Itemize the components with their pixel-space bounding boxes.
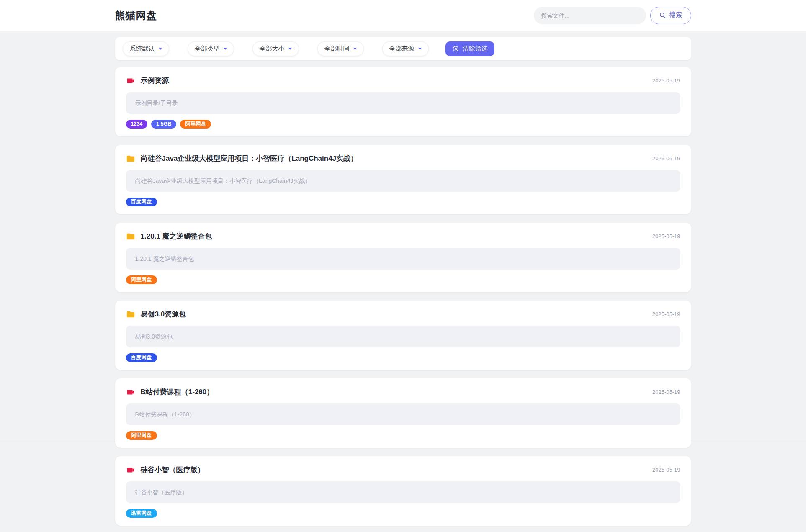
result-description: B站付费课程（1-260） [126,403,680,425]
chevron-down-icon [288,48,292,50]
result-card-header: 1.20.1 魔之逆鳞整合包 2025-05-19 [126,231,680,242]
result-description: 示例目录/子目录 [126,92,680,114]
result-description-text: 硅谷小智（医疗版） [135,489,188,496]
result-description: 硅谷小智（医疗版） [126,481,680,503]
result-card[interactable]: 尚硅谷Java企业级大模型应用项目：小智医疗（LangChain4J实战） 20… [115,145,691,214]
search-input[interactable] [534,7,646,24]
result-card-header: 示例资源 2025-05-19 [126,75,680,86]
filter-chip[interactable]: 系统默认 [123,41,169,56]
result-card-header: 易创3.0资源包 2025-05-19 [126,309,680,319]
clear-filters-button[interactable]: 清除筛选 [445,41,494,56]
search-button-label: 搜索 [669,11,682,20]
source-badge: 1234 [126,120,148,129]
results-list: 示例资源 2025-05-19 示例目录/子目录 12341.5GB阿里网盘 [115,67,691,526]
result-date: 2025-05-19 [652,311,680,317]
result-description-text: 尚硅谷Java企业级大模型应用项目：小智医疗（LangChain4J实战） [135,177,311,184]
badge-list: 阿里网盘 [126,431,680,440]
circle-x-icon [452,45,459,52]
result-card-header: 硅谷小智（医疗版） 2025-05-19 [126,465,680,475]
source-badge: 阿里网盘 [180,120,211,129]
source-badge: 百度网盘 [126,353,157,362]
site-title: 熊猫网盘 [115,9,157,22]
result-card-header: 尚硅谷Java企业级大模型应用项目：小智医疗（LangChain4J实战） 20… [126,153,680,164]
folder-icon [126,154,135,163]
chevron-down-icon [353,48,357,50]
badge-list: 12341.5GB阿里网盘 [126,120,680,129]
filter-chip[interactable]: 全部时间 [317,41,364,56]
video-icon [126,388,135,397]
result-description: 尚硅谷Java企业级大模型应用项目：小智医疗（LangChain4J实战） [126,170,680,192]
source-badge: 阿里网盘 [126,275,157,284]
result-title[interactable]: 易创3.0资源包 [141,309,186,319]
filter-chip[interactable]: 全部大小 [252,41,299,56]
search-bar: 搜索 [534,7,691,24]
badge-list: 百度网盘 [126,198,680,206]
search-icon [659,12,666,19]
result-card-header: B站付费课程（1-260） 2025-05-19 [126,387,680,397]
result-description-text: 易创3.0资源包 [135,333,173,340]
folder-icon [126,310,135,319]
result-card[interactable]: 硅谷小智（医疗版） 2025-05-19 硅谷小智（医疗版） 迅雷网盘 [115,456,691,526]
folder-icon [126,232,135,241]
source-badge: 1.5GB [151,120,176,129]
result-card[interactable]: 1.20.1 魔之逆鳞整合包 2025-05-19 1.20.1 魔之逆鳞整合包… [115,223,691,292]
source-badge: 阿里网盘 [126,431,157,440]
result-title[interactable]: 硅谷小智（医疗版） [141,465,205,475]
chevron-down-icon [159,48,162,50]
badge-list: 阿里网盘 [126,275,680,284]
search-button[interactable]: 搜索 [650,7,691,24]
result-title[interactable]: 示例资源 [141,75,169,86]
result-title[interactable]: 尚硅谷Java企业级大模型应用项目：小智医疗（LangChain4J实战） [141,153,358,164]
top-header: 熊猫网盘 搜索 [0,0,806,31]
filter-chip-label: 系统默认 [130,45,155,53]
source-badge: 迅雷网盘 [126,509,157,518]
filter-chip-label: 全部来源 [389,45,415,53]
result-card[interactable]: B站付费课程（1-260） 2025-05-19 B站付费课程（1-260） 阿… [115,378,691,448]
result-description: 1.20.1 魔之逆鳞整合包 [126,248,680,270]
result-title[interactable]: B站付费课程（1-260） [141,387,214,397]
video-icon [126,76,135,85]
video-icon [126,465,135,475]
chevron-down-icon [224,48,227,50]
result-title[interactable]: 1.20.1 魔之逆鳞整合包 [141,231,212,242]
filter-chip-list: 系统默认 全部类型 全部大小 全部时间 全部来源 [123,41,429,56]
filter-chip-label: 全部时间 [324,45,350,53]
filter-bar: 系统默认 全部类型 全部大小 全部时间 全部来源 [115,37,691,60]
source-badge: 百度网盘 [126,198,157,206]
result-date: 2025-05-19 [652,467,680,473]
result-description-text: B站付费课程（1-260） [135,411,195,418]
result-date: 2025-05-19 [652,77,680,84]
result-date: 2025-05-19 [652,155,680,162]
badge-list: 百度网盘 [126,353,680,362]
result-date: 2025-05-19 [652,389,680,395]
result-card[interactable]: 易创3.0资源包 2025-05-19 易创3.0资源包 百度网盘 [115,301,691,370]
filter-chip[interactable]: 全部来源 [382,41,429,56]
badge-list: 迅雷网盘 [126,509,680,518]
result-description-text: 示例目录/子目录 [135,100,178,106]
clear-filters-label: 清除筛选 [463,45,488,53]
filter-chip-label: 全部大小 [260,45,285,53]
result-description-text: 1.20.1 魔之逆鳞整合包 [135,255,194,262]
result-description: 易创3.0资源包 [126,326,680,347]
filter-chip-label: 全部类型 [195,45,220,53]
chevron-down-icon [418,48,422,50]
filter-chip[interactable]: 全部类型 [188,41,234,56]
result-card[interactable]: 示例资源 2025-05-19 示例目录/子目录 12341.5GB阿里网盘 [115,67,691,136]
result-date: 2025-05-19 [652,233,680,239]
